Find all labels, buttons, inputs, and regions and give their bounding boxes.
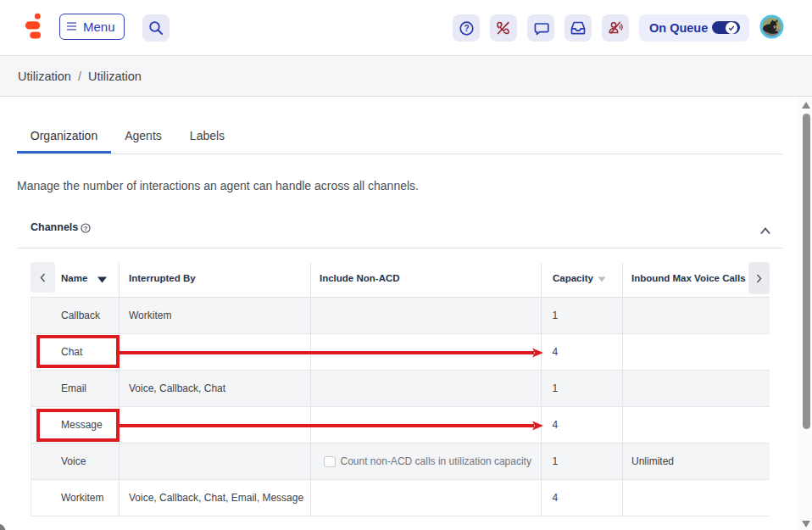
svg-text:?: ? (464, 24, 469, 33)
svg-text:?: ? (84, 224, 88, 232)
